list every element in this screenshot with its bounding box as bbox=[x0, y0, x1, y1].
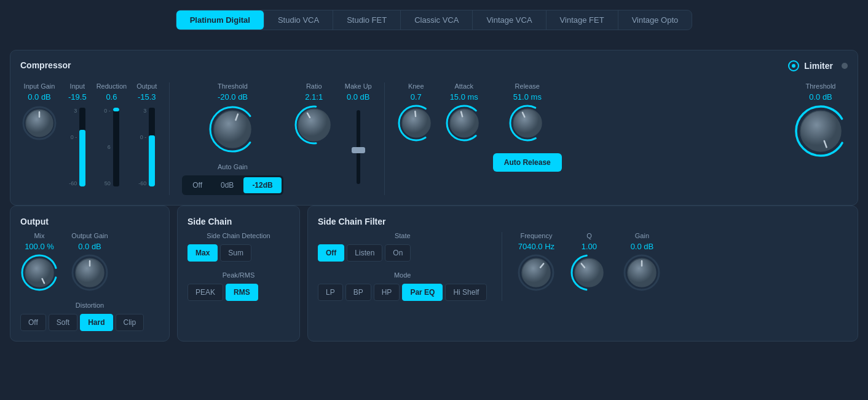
threshold-control: Threshold -20.0 dB bbox=[182, 82, 283, 195]
auto-gain-12db[interactable]: -12dB bbox=[243, 177, 281, 193]
distortion-clip[interactable]: Clip bbox=[116, 314, 144, 331]
release-control: Release 51.0 ms bbox=[493, 82, 562, 172]
attack-knob[interactable] bbox=[445, 104, 483, 145]
distortion-soft[interactable]: Soft bbox=[49, 314, 77, 331]
mix-control: Mix 100.0 % bbox=[20, 232, 58, 294]
svg-point-28 bbox=[522, 258, 550, 287]
detection-max[interactable]: Max bbox=[187, 244, 218, 262]
mix-label: Mix bbox=[34, 232, 44, 239]
output-gain-control: Output Gain 0.0 dB bbox=[71, 232, 109, 294]
distortion-hard[interactable]: Hard bbox=[80, 314, 112, 331]
filter-gain-control: Gain 0.0 dB bbox=[623, 232, 661, 294]
output-meter-label: Output bbox=[136, 82, 157, 90]
knee-knob-svg bbox=[397, 104, 435, 142]
mode-label: Mode bbox=[318, 271, 487, 279]
filter-gain-value: 0.0 dB bbox=[631, 242, 654, 251]
knee-value: 0.7 bbox=[411, 92, 422, 102]
auto-release-button[interactable]: Auto Release bbox=[493, 153, 562, 172]
tab-classic-vca[interactable]: Classic VCA bbox=[401, 10, 473, 30]
limiter-threshold-knob-svg bbox=[794, 104, 848, 158]
makeup-slider[interactable] bbox=[357, 104, 360, 190]
limiter-header: Limiter bbox=[788, 60, 848, 71]
input-gain-knob-svg bbox=[20, 104, 58, 142]
knee-knob[interactable] bbox=[397, 104, 435, 145]
sidechain-detection-buttons: Max Sum bbox=[187, 244, 290, 262]
state-off[interactable]: Off bbox=[318, 244, 344, 262]
divider-filter bbox=[502, 232, 502, 301]
output-meter-control: Output -15.3 3 0 - -60 bbox=[136, 82, 157, 186]
input-meter-value: -19.5 bbox=[68, 92, 87, 102]
mode-hp[interactable]: HP bbox=[374, 284, 400, 301]
ratio-value: 2.1:1 bbox=[305, 92, 323, 102]
state-listen[interactable]: Listen bbox=[347, 244, 382, 262]
divider-1 bbox=[169, 82, 170, 195]
distortion-off[interactable]: Off bbox=[20, 314, 46, 331]
svg-line-11 bbox=[415, 111, 416, 116]
svg-point-19 bbox=[800, 111, 841, 151]
q-knob[interactable] bbox=[570, 254, 608, 294]
input-gain-label: Input Gain bbox=[24, 82, 55, 90]
tab-vintage-fet[interactable]: Vintage FET bbox=[546, 10, 618, 30]
tab-vintage-opto[interactable]: Vintage Opto bbox=[618, 10, 692, 30]
reduction-meter-bar bbox=[113, 108, 119, 186]
peakrms-rms[interactable]: RMS bbox=[226, 284, 258, 301]
ratio-knob[interactable] bbox=[293, 104, 335, 148]
auto-gain-0db[interactable]: 0dB bbox=[212, 177, 242, 193]
sidechain-detection-label: Side Chain Detection bbox=[187, 232, 290, 239]
release-knob[interactable] bbox=[508, 104, 546, 145]
svg-point-31 bbox=[575, 258, 603, 287]
limiter-threshold-control: Threshold 0.0 dB bbox=[794, 82, 848, 161]
attack-control: Attack 15.0 ms bbox=[445, 82, 483, 145]
svg-point-16 bbox=[513, 109, 542, 137]
distortion-buttons: Off Soft Hard Clip bbox=[20, 314, 159, 331]
limiter-threshold-knob[interactable] bbox=[794, 104, 848, 161]
frequency-knob-svg bbox=[517, 254, 555, 292]
tab-platinum-digital[interactable]: Platinum Digital bbox=[176, 10, 264, 30]
input-gain-value: 0.0 dB bbox=[28, 92, 51, 102]
tab-vintage-vca[interactable]: Vintage VCA bbox=[473, 10, 546, 30]
output-gain-knob[interactable] bbox=[71, 254, 109, 294]
auto-gain-off[interactable]: Off bbox=[184, 177, 211, 193]
distortion-label: Distortion bbox=[20, 302, 159, 309]
input-meter-control: Input -19.5 3 0 - -60 bbox=[68, 82, 87, 186]
auto-gain-label: Auto Gain bbox=[182, 163, 283, 170]
tab-studio-fet[interactable]: Studio FET bbox=[333, 10, 401, 30]
mode-hishelf[interactable]: Hi Shelf bbox=[445, 284, 487, 301]
output-gain-knob-svg bbox=[71, 254, 109, 292]
q-value: 1.00 bbox=[582, 242, 597, 251]
nav-tabs: Platinum Digital Studio VCA Studio FET C… bbox=[176, 10, 693, 30]
limiter-power-dot bbox=[792, 64, 795, 68]
state-on[interactable]: On bbox=[385, 244, 411, 262]
release-knob-svg bbox=[508, 104, 546, 142]
mode-buttons: LP BP HP Par EQ Hi Shelf bbox=[318, 284, 487, 301]
svg-point-10 bbox=[402, 109, 430, 137]
attack-label: Attack bbox=[454, 82, 473, 90]
threshold-value: -20.0 dB bbox=[218, 92, 248, 102]
threshold-knob[interactable] bbox=[207, 104, 258, 157]
frequency-value: 7040.0 Hz bbox=[518, 242, 554, 251]
sidechain-filter-title: Side Chain Filter bbox=[318, 217, 385, 226]
peakrms-peak[interactable]: PEAK bbox=[187, 284, 223, 301]
mode-pareq[interactable]: Par EQ bbox=[402, 284, 443, 301]
limiter-threshold-value: 0.0 dB bbox=[809, 92, 832, 102]
bottom-panels: Output Mix 100.0 % bbox=[10, 206, 858, 342]
limiter-power-button[interactable] bbox=[788, 60, 799, 71]
mode-lp[interactable]: LP bbox=[318, 284, 343, 301]
ratio-label: Ratio bbox=[306, 82, 322, 90]
detection-sum[interactable]: Sum bbox=[220, 244, 251, 262]
frequency-knob[interactable] bbox=[517, 254, 555, 294]
q-control: Q 1.00 bbox=[570, 232, 608, 294]
q-label: Q bbox=[586, 232, 592, 239]
svg-point-7 bbox=[298, 109, 330, 141]
attack-knob-svg bbox=[445, 104, 483, 142]
mix-knob[interactable] bbox=[20, 254, 58, 294]
filter-gain-knob[interactable] bbox=[623, 254, 661, 294]
reduction-value: 0.6 bbox=[106, 92, 117, 102]
reduction-label: Reduction bbox=[97, 82, 127, 90]
mode-bp[interactable]: BP bbox=[345, 284, 371, 301]
tab-studio-vca[interactable]: Studio VCA bbox=[264, 10, 333, 30]
frequency-control: Frequency 7040.0 Hz bbox=[517, 232, 555, 294]
input-gain-knob[interactable] bbox=[20, 104, 58, 142]
knee-label: Knee bbox=[408, 82, 424, 90]
output-panel: Output Mix 100.0 % bbox=[10, 206, 170, 342]
